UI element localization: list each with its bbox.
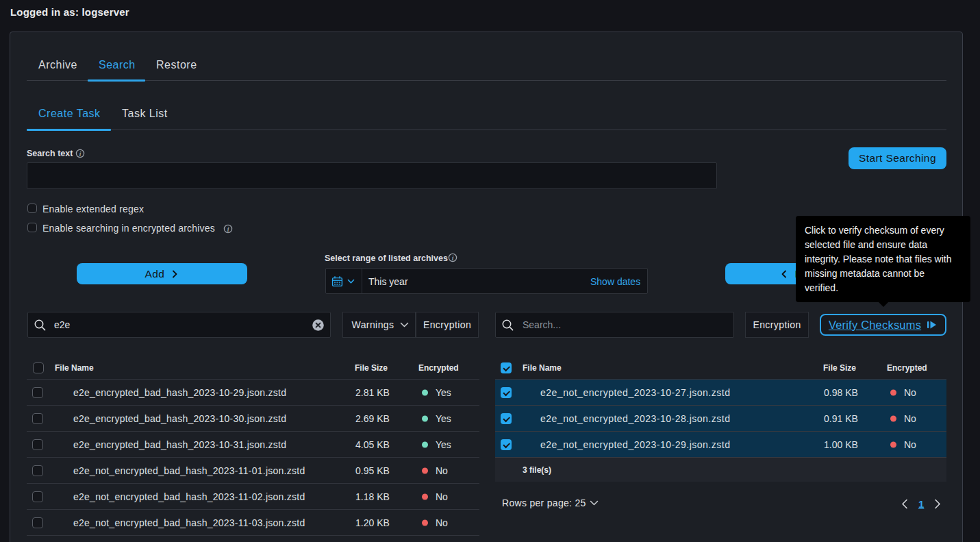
svg-text:i: i bbox=[227, 226, 229, 233]
svg-text:i: i bbox=[452, 255, 454, 262]
svg-text:i: i bbox=[79, 151, 81, 158]
